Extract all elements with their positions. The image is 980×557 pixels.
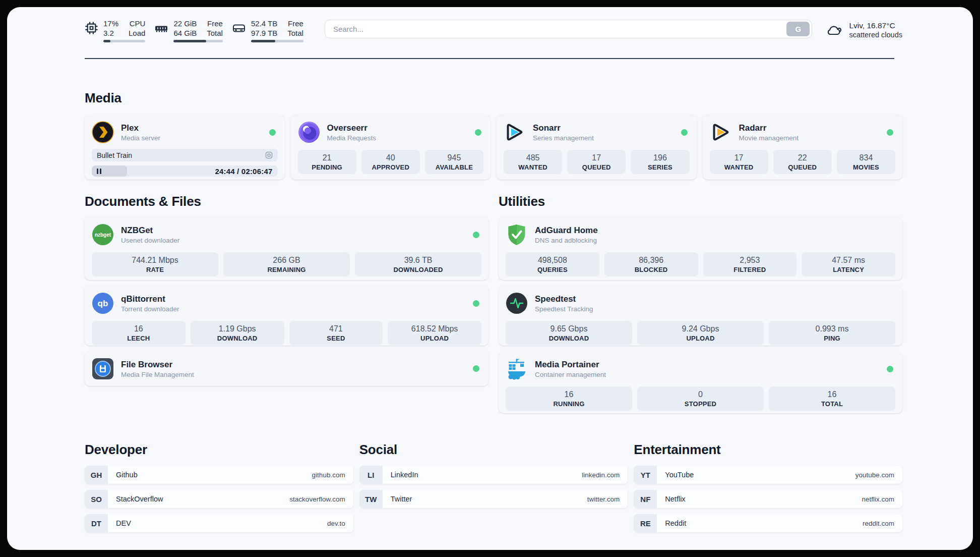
link-badge: RE — [634, 514, 657, 532]
app-name: Speedtest — [535, 294, 593, 304]
stat-wanted: 485 WANTED — [504, 150, 562, 174]
playback-progress-row: 24:44 / 02:06:47 — [92, 165, 278, 177]
app-card-sonarr[interactable]: Sonarr Series management 485 WANTED 17 Q… — [497, 115, 697, 180]
utilities-column: Utilities AdGuard Home DNS and adblockin… — [499, 194, 902, 413]
link-stackoverflow[interactable]: SO StackOverflow stackoverflow.com — [85, 490, 353, 508]
search-input[interactable] — [325, 25, 787, 33]
link-badge: YT — [634, 466, 657, 484]
section-title-utilities: Utilities — [499, 194, 902, 209]
ram-total: 64 GiB — [173, 28, 197, 38]
app-description: Media Requests — [327, 134, 377, 142]
search-engine-button[interactable]: G — [786, 22, 810, 36]
stat-pending: 21 PENDING — [298, 150, 356, 174]
status-dot-online — [681, 129, 688, 136]
app-card-overseerr[interactable]: Overseerr Media Requests 21 PENDING 40 A… — [291, 115, 491, 180]
stat-download: 1.19 Gbps DOWNLOAD — [191, 321, 284, 345]
developer-links-column: Developer GH Github github.com SO StackO… — [85, 442, 353, 532]
app-card-nzbget[interactable]: nzbget NZBGet Usenet downloader 744.21 M… — [85, 217, 488, 280]
app-description: Torrent downloader — [121, 305, 179, 313]
now-playing-row: Bullet Train — [92, 149, 278, 161]
stat-queued: 22 QUEUED — [773, 150, 832, 174]
radarr-icon — [710, 121, 732, 143]
link-url: twitter.com — [587, 495, 620, 503]
app-description: Usenet downloader — [121, 237, 179, 244]
weather-location-temp: Lviv, 16.87°C — [849, 21, 902, 30]
plex-icon — [92, 121, 114, 143]
now-playing-title: Bullet Train — [97, 151, 132, 159]
portainer-icon — [506, 358, 528, 380]
stat-movies: 834 MOVIES — [837, 150, 895, 174]
weather-condition: scattered clouds — [849, 30, 902, 39]
app-description: Container management — [535, 371, 606, 378]
disk-widget: 52.4 TB 97.9 TB Free Total — [232, 19, 303, 42]
link-url: github.com — [312, 471, 345, 479]
stat-download: 9.65 Gbps DOWNLOAD — [506, 321, 632, 345]
link-github[interactable]: GH Github github.com — [85, 466, 353, 484]
media-type-icon[interactable] — [265, 151, 273, 159]
stat-upload: 618.52 Mbps UPLOAD — [388, 321, 481, 345]
link-badge: NF — [634, 490, 657, 508]
app-description: Series management — [533, 134, 594, 142]
link-name: Reddit — [665, 519, 686, 527]
stat-ping: 0.993 ms PING — [769, 321, 895, 345]
status-dot-online — [887, 129, 893, 136]
cpu-temp: 3.2 — [103, 28, 118, 38]
link-name: DEV — [116, 519, 131, 527]
status-dot-online — [475, 129, 481, 136]
app-name: Radarr — [739, 123, 799, 133]
stat-stopped: 0 STOPPED — [637, 386, 764, 411]
link-netflix[interactable]: NF Netflix netflix.com — [634, 490, 902, 508]
app-card-filebrowser[interactable]: File Browser Media File Management — [85, 352, 488, 386]
app-card-radarr[interactable]: Radarr Movie management 17 WANTED 22 QUE… — [703, 115, 903, 180]
app-name: Plex — [121, 123, 160, 133]
link-name: YouTube — [665, 471, 694, 479]
app-description: Speedtest Tracking — [535, 305, 593, 313]
link-badge: TW — [359, 490, 383, 508]
status-dot-online — [887, 366, 893, 372]
app-description: Movie management — [739, 134, 799, 142]
cloud-icon — [825, 24, 842, 37]
stat-upload: 9.24 Gbps UPLOAD — [637, 321, 764, 345]
link-url: dev.to — [327, 520, 345, 527]
stat-available: 945 AVAILABLE — [425, 150, 483, 174]
adguard-icon — [506, 224, 528, 246]
link-linkedin[interactable]: LI LinkedIn linkedin.com — [359, 466, 628, 484]
app-card-portainer[interactable]: Media Portainer Container management 16 … — [499, 352, 902, 413]
stat-queued: 17 QUEUED — [567, 150, 626, 174]
link-reddit[interactable]: RE Reddit reddit.com — [634, 514, 902, 532]
top-bar: 17% 3.2 CPU Load — [85, 7, 902, 47]
stat-total: 16 TOTAL — [769, 386, 895, 411]
cpu-progress-bar — [103, 40, 145, 42]
link-name: LinkedIn — [391, 471, 418, 479]
speedtest-icon — [506, 292, 528, 314]
link-badge: GH — [85, 466, 108, 484]
filebrowser-icon — [92, 358, 114, 380]
app-card-adguard[interactable]: AdGuard Home DNS and adblocking 498,508 … — [499, 217, 902, 280]
link-url: linkedin.com — [582, 471, 620, 479]
app-card-qbittorrent[interactable]: qb qBittorrent Torrent downloader 16 LEE… — [85, 286, 488, 346]
stat-approved: 40 APPROVED — [361, 150, 420, 174]
section-title-entertainment: Entertainment — [634, 442, 902, 458]
app-card-speedtest[interactable]: Speedtest Speedtest Tracking 9.65 Gbps D… — [499, 286, 902, 346]
link-badge: SO — [85, 490, 108, 508]
overseerr-icon — [298, 121, 320, 143]
link-youtube[interactable]: YT YouTube youtube.com — [634, 466, 902, 484]
link-badge: DT — [85, 514, 108, 532]
disk-label-2: Total — [287, 28, 303, 38]
link-name: StackOverflow — [116, 495, 163, 503]
ram-progress-bar — [173, 40, 223, 42]
app-card-plex[interactable]: Plex Media server Bullet Train 24:44 / 0… — [85, 115, 285, 180]
app-name: NZBGet — [121, 225, 179, 236]
link-url: youtube.com — [855, 471, 894, 479]
link-dev[interactable]: DT DEV dev.to — [85, 514, 353, 532]
search-bar[interactable]: G — [325, 20, 813, 38]
status-dot-online — [473, 300, 479, 307]
status-dot-online — [473, 232, 479, 238]
media-card-grid: Plex Media server Bullet Train 24:44 / 0… — [85, 115, 902, 180]
weather-widget[interactable]: Lviv, 16.87°C scattered clouds — [825, 21, 902, 39]
app-description: Media server — [121, 134, 160, 142]
link-twitter[interactable]: TW Twitter twitter.com — [359, 490, 628, 508]
app-name: AdGuard Home — [535, 225, 598, 236]
section-title-media: Media — [85, 90, 902, 106]
disk-label-1: Free — [287, 19, 303, 28]
